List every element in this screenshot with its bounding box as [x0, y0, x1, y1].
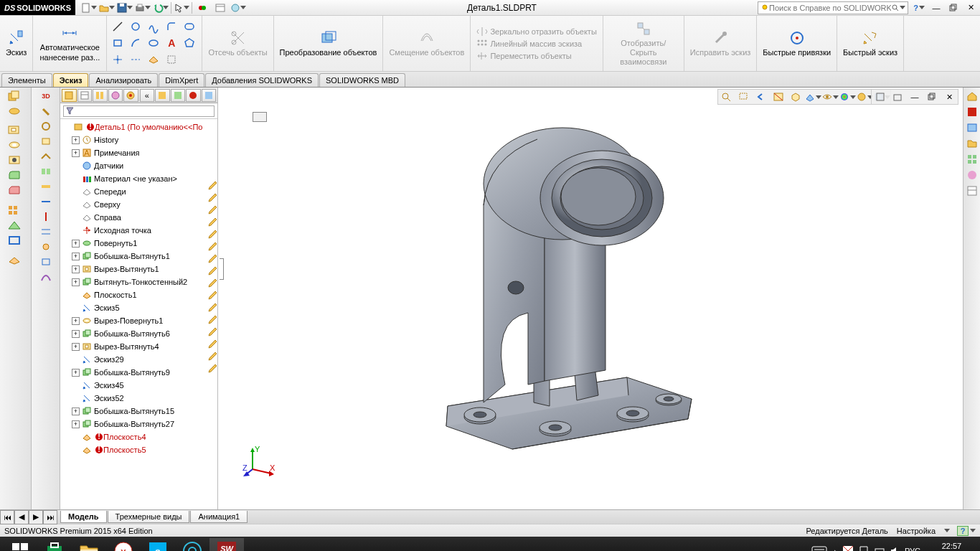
language-indicator[interactable]: РУС	[905, 547, 920, 551]
construction-tool[interactable]	[164, 52, 179, 67]
restore-button[interactable]	[946, 1, 961, 14]
cut-revolve-icon[interactable]	[1, 138, 27, 152]
tree-node-16[interactable]: +Бобышка-Вытянуть6	[60, 327, 217, 340]
rel-icon-13[interactable]	[207, 336, 220, 349]
fm-collapse-button[interactable]: «	[140, 89, 155, 102]
fm-tab-property[interactable]	[77, 89, 93, 102]
compass-icon[interactable]	[175, 538, 209, 551]
new-file-button[interactable]	[81, 1, 97, 14]
fm-icon-3[interactable]	[186, 89, 201, 102]
3d-sketch-icon[interactable]: 3D	[33, 89, 59, 103]
tool-icon-8[interactable]	[33, 209, 59, 224]
rebuild-button[interactable]	[194, 1, 210, 14]
fm-tab-dimx[interactable]	[108, 89, 123, 102]
rel-icon-10[interactable]	[207, 300, 220, 312]
tree-node-15[interactable]: +Вырез-Повернуть1	[60, 314, 217, 327]
config-box[interactable]	[253, 112, 267, 122]
feature-revolve-icon[interactable]	[1, 104, 27, 118]
help-search-input[interactable]	[769, 4, 891, 12]
skype-icon[interactable]: S	[141, 538, 175, 551]
hide-show-icon[interactable]	[822, 90, 838, 104]
ellipse-tool[interactable]	[146, 36, 161, 50]
tree-node-23[interactable]: +Бобышка-Вытянуть27	[60, 418, 217, 430]
tree-node-10[interactable]: +Бобышка-Вытянуть1	[60, 250, 217, 263]
rel-icon-5[interactable]	[207, 239, 220, 251]
btab-model[interactable]: Модель	[60, 511, 107, 523]
fm-tab-tree[interactable]	[62, 89, 77, 102]
action-center-icon[interactable]	[859, 546, 869, 551]
fm-icon-1[interactable]	[155, 89, 170, 102]
flag-icon[interactable]	[843, 546, 853, 551]
network-icon[interactable]	[875, 546, 885, 551]
save-button[interactable]	[117, 1, 133, 14]
tree-node-13[interactable]: Плоскость1	[60, 288, 217, 301]
tree-node-3[interactable]: Датчики	[60, 159, 217, 172]
point-tool[interactable]	[110, 52, 126, 67]
tree-node-12[interactable]: +Вытянуть-Тонкостенный2	[60, 276, 217, 288]
mdi-minimize[interactable]: —	[907, 90, 923, 104]
tp-custom-props-icon[interactable]	[965, 184, 979, 198]
btab-animation[interactable]: Анимация1	[190, 511, 248, 523]
rel-icon-15[interactable]	[207, 361, 220, 373]
ref-geom-icon[interactable]	[1, 253, 27, 268]
tree-node-11[interactable]: +Вырез-Вытянуть1	[60, 263, 217, 276]
circle-tool[interactable]	[128, 19, 143, 34]
tree-node-25[interactable]: !Плоскость5	[60, 443, 217, 456]
rel-icon-7[interactable]	[207, 263, 220, 276]
tree-node-2[interactable]: +AПримечания	[60, 146, 217, 159]
close-button[interactable]: ✕	[963, 1, 979, 14]
rel-icon-11[interactable]	[207, 312, 220, 324]
tree-node-9[interactable]: +Повернуть1	[60, 237, 217, 250]
sketch-button[interactable]: Эскиз	[3, 28, 29, 59]
tree-node-20[interactable]: Эскиз45	[60, 379, 217, 392]
mdi-2[interactable]	[890, 90, 905, 104]
convert-button[interactable]: Преобразование объектов	[277, 28, 380, 59]
volume-icon[interactable]	[890, 546, 899, 551]
mirror-button[interactable]: Зеркально отразить объекты	[476, 27, 596, 37]
tool-icon-12[interactable]	[33, 270, 59, 284]
tree-node-6[interactable]: Сверху	[60, 198, 217, 211]
open-file-button[interactable]	[99, 1, 115, 14]
undo-button[interactable]	[153, 1, 169, 14]
tool-icon-5[interactable]	[33, 164, 59, 179]
print-button[interactable]	[135, 1, 151, 14]
trim-button[interactable]: Отсечь объекты	[205, 28, 270, 59]
view-orient-icon[interactable]	[788, 90, 804, 104]
yandex-browser-icon[interactable]: Y	[106, 538, 141, 551]
tp-appearances-icon[interactable]	[965, 168, 979, 182]
rel-icon-12[interactable]	[207, 324, 220, 336]
store-icon[interactable]	[37, 538, 72, 551]
text-tool[interactable]: A	[164, 36, 179, 50]
status-help-icon[interactable]: ?	[957, 526, 969, 536]
tp-view-palette-icon[interactable]	[965, 152, 979, 166]
rectangle-tool[interactable]	[110, 36, 126, 50]
tree-node-0[interactable]: !Деталь1 (По умолчанию<<По	[60, 121, 217, 133]
tp-file-explorer-icon[interactable]	[965, 136, 979, 151]
keyboard-icon[interactable]	[811, 546, 827, 551]
tool-icon-4[interactable]	[33, 149, 59, 164]
section-view-icon[interactable]	[771, 90, 786, 104]
status-custom[interactable]: Настройка	[897, 527, 936, 535]
tool-icon-3[interactable]	[33, 134, 59, 149]
tool-icon-9[interactable]	[33, 225, 59, 239]
tab-sketch[interactable]: Эскиз	[53, 73, 89, 87]
btab-next[interactable]: ▶	[29, 510, 43, 524]
display-style-icon[interactable]	[805, 90, 821, 104]
options-button[interactable]	[212, 1, 228, 14]
tab-dimxpert[interactable]: DimXpert	[159, 73, 204, 87]
rel-icon-14[interactable]	[207, 349, 220, 361]
rel-icon-4[interactable]	[207, 227, 220, 239]
tree-node-1[interactable]: +History	[60, 133, 217, 146]
fillet-feature-icon[interactable]	[1, 168, 27, 182]
fillet-tool[interactable]	[164, 19, 179, 34]
tab-elements[interactable]: Элементы	[1, 73, 52, 87]
rel-icon-3[interactable]	[207, 215, 220, 227]
rib-icon[interactable]	[1, 218, 27, 232]
tree-node-17[interactable]: +Вырез-Вытянуть4	[60, 340, 217, 353]
mdi-restore[interactable]	[924, 90, 940, 104]
tp-resources-icon[interactable]	[965, 105, 979, 119]
rel-icon-2[interactable]	[207, 202, 220, 215]
cut-extrude-icon[interactable]	[1, 123, 27, 137]
mdi-1[interactable]	[872, 90, 888, 104]
tree-node-24[interactable]: !Плоскость4	[60, 430, 217, 443]
